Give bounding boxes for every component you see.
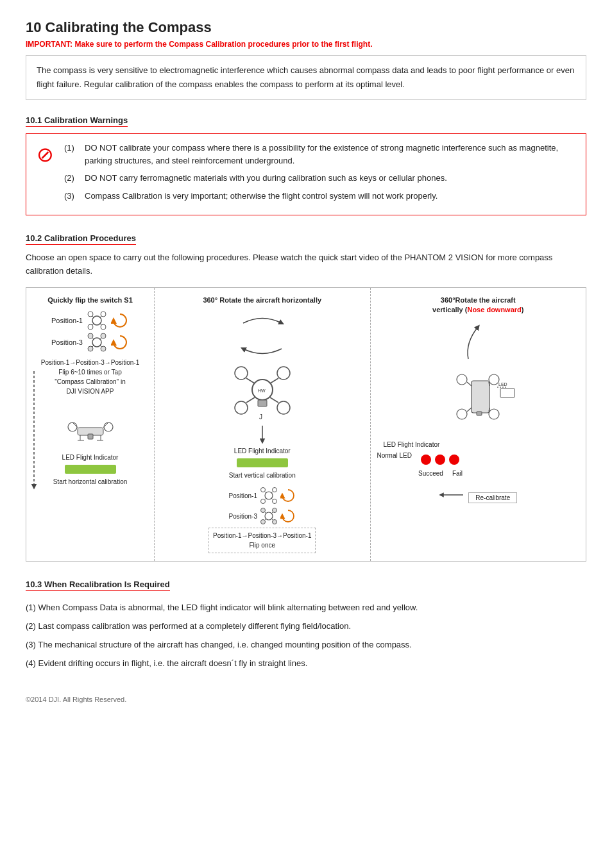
svg-point-20 (68, 422, 77, 431)
svg-point-14 (101, 346, 106, 351)
svg-line-65 (467, 382, 472, 386)
col1-led-section: LED Flight Indicator Start horizontal ca… (33, 412, 148, 487)
left-arrow-svg (30, 365, 38, 493)
list-item: (2) DO NOT carry ferromagnetic materials… (64, 172, 575, 185)
down-arrow-icon-2 (256, 424, 269, 444)
svg-line-57 (271, 512, 273, 513)
warning-text-3: Compass Calibration is very important; o… (85, 190, 438, 203)
svg-line-49 (265, 498, 266, 499)
drone-side-vertical-icon: LED (439, 368, 516, 438)
list-item: (3) Compass Calibration is very importan… (64, 190, 575, 203)
col2-rotate-arrow-icon (280, 488, 296, 503)
recalibrate-button[interactable]: Re-calibrate (468, 492, 517, 503)
warning-num-3: (3) (64, 190, 77, 203)
svg-point-31 (277, 367, 290, 380)
svg-point-54 (260, 520, 265, 524)
nose-down-text: Nose downward (467, 306, 521, 313)
col2-drone-pos3-icon (260, 507, 278, 525)
svg-point-44 (272, 488, 276, 492)
warning-text-2: DO NOT carry ferromagnetic materials wit… (85, 172, 447, 185)
svg-line-35 (270, 378, 278, 383)
col2-position1-label: Position-1 (229, 492, 257, 499)
col2-position3-label: Position-3 (229, 513, 257, 520)
col2-position1-row: Position-1 (229, 487, 296, 505)
svg-point-13 (88, 346, 93, 351)
col2-flip-desc: Position-1→Position-3→Position-1Flip onc… (208, 528, 316, 553)
intro-box: The compass is very sensitive to electro… (26, 55, 586, 100)
col2-led-section: LED Flight Indicator Start vertical cali… (161, 447, 364, 480)
horizontal-rotate-arrow (224, 310, 301, 362)
col1-led-bar (65, 465, 116, 474)
succeed-fail-labels: Succeed Fail (418, 470, 463, 477)
warning-text-1: DO NOT calibrate your compass where ther… (85, 142, 575, 167)
svg-point-55 (272, 520, 276, 524)
col2-caption: Start vertical calibration (229, 471, 296, 480)
svg-text:HW: HW (258, 388, 266, 393)
svg-rect-28 (88, 434, 93, 439)
dot-1 (421, 455, 431, 465)
succeed-label: Succeed (418, 470, 443, 477)
col3-led-label: LED Flight Indicator (384, 441, 586, 448)
section-10-1-title: 10.1 Calibration Warnings (26, 115, 128, 127)
svg-line-34 (246, 378, 255, 383)
drone-top-icon-large: J HW (227, 364, 298, 422)
recalibrate-section: Re-calibrate (439, 487, 517, 503)
calibration-diagram: Quickly flip the switch S1 Position-1 (26, 287, 586, 562)
svg-line-56 (265, 512, 266, 513)
col2-led-bar (237, 458, 288, 467)
warning-num-2: (2) (64, 172, 77, 185)
svg-line-50 (271, 498, 273, 499)
warning-box: ⊘ (1) DO NOT calibrate your compass wher… (26, 133, 586, 215)
position1-row: Position-1 (51, 310, 129, 331)
succeed-dots (421, 455, 459, 465)
section-10-2: 10.2 Calibration Procedures Choose an op… (26, 233, 586, 562)
col1-led-label: LED Flight Indicator (62, 454, 119, 461)
recal-item-2: (2) Last compass calibration was perform… (26, 620, 586, 633)
recal-item-1: (1) When Compass Data is abnormal, the L… (26, 601, 586, 615)
col1-caption: Start horizontal calibration (53, 478, 128, 487)
svg-point-32 (235, 401, 248, 414)
svg-text:LED: LED (498, 382, 507, 387)
warning-num-1: (1) (64, 142, 77, 167)
page-title: 10 Calibrating the Compass (26, 19, 586, 36)
svg-rect-60 (472, 381, 489, 413)
svg-point-61 (457, 374, 467, 385)
recal-list: (1) When Compass Data is abnormal, the L… (26, 601, 586, 670)
list-item: (1) DO NOT calibrate your compass where … (64, 142, 575, 167)
intro-text: The compass is very sensitive to electro… (37, 65, 574, 89)
svg-line-67 (467, 408, 472, 412)
drone-top-icon-2 (87, 332, 107, 353)
diagram-col-3: 360°Rotate the aircraftvertically (Nose … (371, 288, 586, 561)
svg-point-2 (88, 312, 93, 317)
svg-line-47 (265, 492, 266, 493)
col2-position3-row: Position-3 (229, 507, 296, 525)
svg-point-45 (260, 499, 265, 504)
col2-drone-pos1-icon (260, 487, 278, 505)
fail-label: Fail (452, 470, 463, 477)
svg-rect-38 (258, 400, 267, 406)
col2-title: 360° Rotate the aircraft horizontally (203, 296, 321, 305)
rotate-arrow-icon-2 (111, 333, 129, 351)
col3-title: 360°Rotate the aircraftvertically (Nose … (432, 296, 523, 315)
svg-point-62 (489, 374, 499, 385)
col1-position3-label: Position-3 (51, 338, 83, 346)
section-10-1: 10.1 Calibration Warnings ⊘ (1) DO NOT c… (26, 115, 586, 215)
drone-top-icon-1 (87, 310, 107, 331)
svg-text:J: J (259, 413, 262, 421)
dot-2 (435, 455, 445, 465)
section-10-2-title: 10.2 Calibration Procedures (26, 233, 136, 245)
svg-point-52 (260, 508, 265, 513)
col1-flip-desc: Position-1→Position-3→Position-1Flip 6~1… (41, 358, 139, 396)
recal-item-3: (3) The mechanical structure of the airc… (26, 638, 586, 652)
footer: ©2014 DJI. All Rights Reserved. (26, 696, 586, 703)
section-10-3-title: 10.3 When Recalibration Is Required (26, 580, 170, 591)
recalibrate-arrow-icon (439, 490, 464, 499)
recal-item-4: (4) Evident drifting occurs in flight, i… (26, 657, 586, 671)
succeed-fail-section: Normal LED Succeed Fail (377, 452, 580, 477)
col1-content: Quickly flip the switch S1 Position-1 (33, 296, 148, 487)
no-symbol-icon: ⊘ (37, 144, 54, 165)
diagram-col-1: Quickly flip the switch S1 Position-1 (26, 288, 155, 561)
left-arrows (30, 365, 38, 548)
svg-point-43 (260, 488, 265, 492)
important-notice: IMPORTANT: Make sure to perform the Comp… (26, 40, 586, 49)
